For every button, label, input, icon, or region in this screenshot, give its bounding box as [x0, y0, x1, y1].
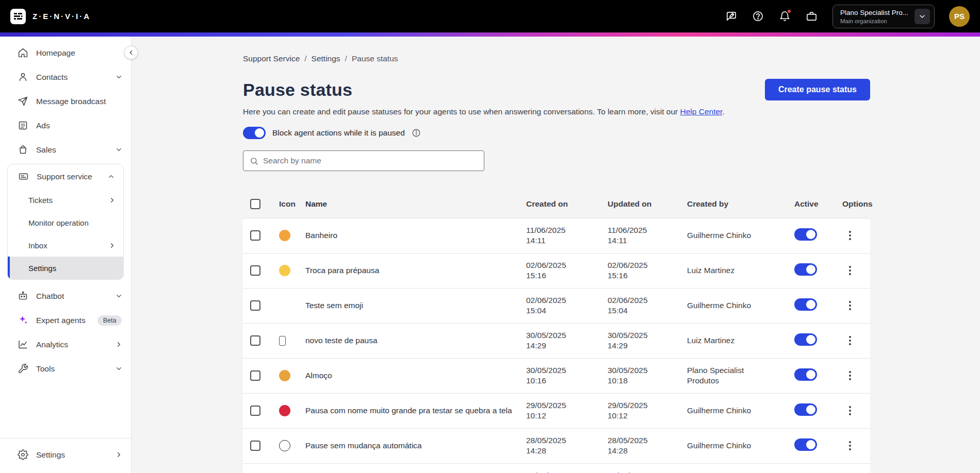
help-center-link[interactable]: Help Center — [680, 107, 723, 116]
active-toggle[interactable] — [794, 263, 817, 276]
block-agent-actions-toggle[interactable] — [243, 127, 266, 139]
table-row: 🐼 Pause sem mudança automática 28/05/202… — [243, 428, 870, 463]
created-by-cell: Luiz Martinez — [687, 265, 794, 276]
row-options-button[interactable] — [842, 368, 858, 383]
sidebar-label: Homepage — [36, 48, 75, 58]
header-name: Name — [305, 199, 526, 209]
sidebar-item-expert-agents[interactable]: Expert agents Beta — [0, 308, 131, 332]
breadcrumb-support-service[interactable]: Support Service — [243, 54, 300, 63]
table-header: Icon Name Created on Updated on Created … — [243, 195, 870, 218]
chevron-right-icon — [115, 341, 123, 348]
sidebar-item-settings[interactable]: Settings — [0, 443, 131, 467]
pause-emoji-icon: 😡 — [279, 405, 290, 416]
sidebar-item-message-broadcast[interactable]: Message broadcast — [0, 89, 131, 113]
brand-gradient-bar — [0, 32, 980, 37]
created-on-cell: 30/05/202514:29 — [526, 330, 608, 352]
gear-icon — [18, 449, 28, 460]
select-all-checkbox[interactable] — [250, 199, 260, 209]
pause-emoji-icon: 🍔 — [279, 370, 290, 381]
sidebar-item-homepage[interactable]: Homepage — [0, 41, 131, 65]
sidebar-subitem-tickets[interactable]: Tickets — [8, 189, 123, 211]
active-toggle[interactable] — [794, 298, 817, 311]
updated-on-cell: 28/05/202513:31 — [608, 470, 687, 473]
sidebar-item-ads[interactable]: Ads — [0, 113, 131, 138]
row-checkbox[interactable] — [250, 441, 260, 451]
page-title: Pause status — [243, 80, 352, 100]
pause-emoji-icon: 🐼 — [279, 440, 290, 451]
sidebar-collapse-button[interactable] — [124, 46, 138, 59]
row-checkbox[interactable] — [250, 265, 260, 276]
organization-selector[interactable]: Plano Specialist Pro... Main organizatio… — [832, 5, 935, 28]
zenvia-brand[interactable]: Z·E·N·V·I·A — [10, 9, 91, 24]
chevron-down-icon — [115, 146, 123, 154]
table-row: 👾 Pausa com mudança automática 28/05/202… — [243, 463, 870, 473]
create-pause-status-button[interactable]: Create pause status — [765, 79, 870, 100]
table-row: 🍔 Almoço 30/05/202510:16 30/05/202510:18… — [243, 358, 870, 393]
chevron-up-icon — [107, 173, 115, 180]
help-icon[interactable] — [752, 10, 764, 23]
breadcrumb-settings[interactable]: Settings — [312, 54, 340, 63]
app-window: Z·E·N·V·I·A Plano Specialist Pro... Main… — [0, 0, 980, 473]
chevron-right-icon — [108, 242, 116, 249]
sidebar-subitem-monitor-operation[interactable]: Monitor operation — [8, 211, 123, 234]
sidebar-item-sales[interactable]: Sales — [0, 138, 131, 162]
header-created-on: Created on — [526, 199, 608, 210]
row-checkbox[interactable] — [250, 300, 260, 311]
active-toggle[interactable] — [794, 228, 817, 241]
chevron-right-icon — [115, 451, 123, 459]
row-checkbox[interactable] — [250, 335, 260, 346]
breadcrumb-current: Pause status — [352, 54, 398, 63]
user-avatar[interactable]: PS — [949, 6, 970, 27]
created-by-cell: Luiz Martinez — [687, 335, 794, 346]
tools-icon — [18, 363, 28, 374]
notifications-bell-icon[interactable] — [779, 10, 791, 23]
sidebar-item-analytics[interactable]: Analytics — [0, 332, 131, 357]
search-input[interactable] — [263, 156, 478, 165]
header-updated-on: Updated on — [608, 199, 687, 210]
header-created-by: Created by — [687, 199, 794, 210]
analytics-chart-icon — [18, 339, 28, 350]
sparkle-icon — [18, 315, 28, 326]
updated-on-cell: 30/05/202510:18 — [608, 365, 687, 387]
active-toggle[interactable] — [794, 368, 817, 381]
created-on-cell: 28/05/202513:31 — [526, 470, 608, 473]
table-row: □ novo teste de pausa 30/05/202514:29 30… — [243, 323, 870, 358]
sidebar-item-contacts[interactable]: Contacts — [0, 65, 131, 89]
sidebar-label: Support service — [37, 172, 92, 181]
organization-briefcase-icon[interactable] — [806, 10, 818, 23]
sidebar-item-support-service[interactable]: Support service — [8, 164, 123, 189]
main-content: Support Service / Settings / Pause statu… — [132, 37, 980, 473]
breadcrumb-separator: / — [345, 54, 347, 63]
table-row: Teste sem emoji 02/06/202515:04 02/06/20… — [243, 288, 870, 323]
row-checkbox[interactable] — [250, 406, 260, 416]
row-options-button[interactable] — [842, 263, 858, 278]
active-toggle[interactable] — [794, 438, 817, 451]
row-options-button[interactable] — [842, 438, 858, 453]
updated-on-cell: 28/05/202514:28 — [608, 435, 687, 457]
updated-on-cell: 29/05/202510:12 — [608, 400, 687, 422]
sidebar-item-tools[interactable]: Tools — [0, 357, 131, 381]
support-service-group: Support service Tickets Monitor operatio… — [7, 164, 124, 280]
info-icon[interactable] — [412, 128, 421, 138]
row-options-button[interactable] — [842, 228, 858, 243]
pause-name: novo teste de pausa — [305, 336, 526, 345]
row-options-button[interactable] — [842, 333, 858, 348]
sidebar-item-chatbot[interactable]: Chatbot — [0, 284, 131, 308]
sidebar-subitem-inbox[interactable]: Inbox — [8, 234, 123, 257]
header-icon: Icon — [276, 199, 305, 209]
pause-name: Troca para prépausa — [305, 266, 526, 275]
active-toggle[interactable] — [794, 333, 817, 346]
sidebar-label: Settings — [28, 264, 56, 273]
sidebar-label: Inbox — [28, 241, 47, 250]
row-checkbox[interactable] — [250, 230, 260, 241]
row-options-button[interactable] — [842, 403, 858, 418]
created-by-cell: Guilherme Chinko — [687, 441, 794, 451]
row-options-button[interactable] — [842, 298, 858, 313]
row-checkbox[interactable] — [250, 370, 260, 381]
conversations-icon[interactable] — [725, 10, 738, 23]
pause-emoji-icon: 🙂 — [279, 265, 290, 276]
send-icon — [18, 96, 28, 107]
sidebar-subitem-settings[interactable]: Settings — [8, 257, 123, 279]
created-by-cell: Guilherme Chinko — [687, 230, 794, 241]
active-toggle[interactable] — [794, 403, 817, 416]
